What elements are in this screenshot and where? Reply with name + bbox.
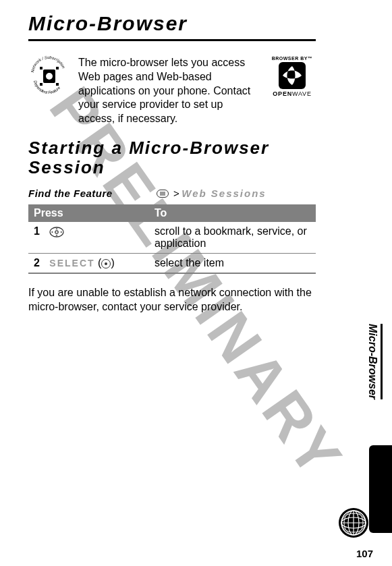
center-key-icon bbox=[101, 259, 111, 268]
steps-table: Press To 1 scroll to a bookmark, servic bbox=[28, 204, 316, 274]
step-number: 2 bbox=[34, 257, 40, 268]
path-separator: > bbox=[173, 188, 179, 199]
globe-icon bbox=[338, 507, 369, 538]
intro-row: Network / Subscription Dependent Feature… bbox=[28, 56, 316, 126]
col-press: Press bbox=[28, 204, 149, 222]
openwave-logo-icon bbox=[279, 62, 306, 89]
openwave-top: BROWSER BY™ bbox=[269, 56, 316, 61]
openwave-badge: BROWSER BY™ OPENWAVE bbox=[269, 56, 316, 126]
openwave-name: OPENWAVE bbox=[269, 90, 316, 97]
table-row: 1 scroll to a bookmark, service, or appl… bbox=[28, 222, 316, 254]
col-to: To bbox=[149, 204, 316, 222]
step-desc: select the item bbox=[149, 254, 316, 274]
note-text: If you are unable to establish a network… bbox=[28, 286, 316, 314]
svg-point-13 bbox=[55, 231, 58, 233]
menu-key-icon bbox=[157, 190, 169, 198]
step-number: 1 bbox=[34, 225, 40, 237]
svg-rect-4 bbox=[40, 67, 43, 69]
find-feature-label: Find the Feature bbox=[28, 188, 157, 199]
step-desc: scroll to a bookmark, service, or applic… bbox=[149, 222, 316, 254]
svg-point-3 bbox=[46, 73, 53, 80]
network-subscription-icon: Network / Subscription Dependent Feature bbox=[28, 56, 69, 96]
side-black-tab bbox=[369, 445, 392, 533]
page-number: 107 bbox=[356, 548, 373, 559]
svg-rect-6 bbox=[40, 83, 43, 86]
section-heading: Starting a Micro-Browser Session bbox=[28, 138, 316, 177]
intro-text: The micro-browser lets you access Web pa… bbox=[78, 56, 259, 126]
nav-key-icon bbox=[49, 227, 64, 237]
find-feature-path: Web Sessions bbox=[181, 188, 266, 199]
svg-rect-5 bbox=[56, 67, 59, 69]
svg-rect-7 bbox=[56, 83, 59, 86]
select-key-label: SELECT bbox=[49, 258, 94, 268]
table-row: 2 SELECT () select the item bbox=[28, 254, 316, 274]
find-feature-row: Find the Feature > Web Sessions bbox=[28, 188, 316, 199]
page-title: Micro-Browser bbox=[28, 12, 316, 41]
